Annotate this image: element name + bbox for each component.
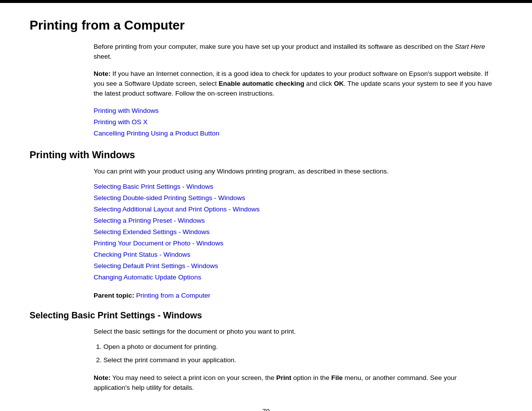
basic-note-bold2: File xyxy=(332,374,343,381)
parent-topic-label: Parent topic: xyxy=(94,292,134,299)
windows-link-4[interactable]: Selecting Extended Settings - Windows xyxy=(94,227,493,238)
page-title: Printing from a Computer xyxy=(30,18,502,33)
content-area: Printing from a Computer Before printing… xyxy=(0,13,532,411)
section-basic-heading: Selecting Basic Print Settings - Windows xyxy=(30,310,502,321)
parent-topic-link[interactable]: Printing from a Computer xyxy=(136,292,210,299)
section-windows-heading: Printing with Windows xyxy=(30,149,502,161)
intro-section: Before printing from your computer, make… xyxy=(94,42,493,139)
note-paragraph: Note: If you have an Internet connection… xyxy=(94,69,493,99)
windows-link-2[interactable]: Selecting Additional Layout and Print Op… xyxy=(94,204,493,215)
intro-paragraph1: Before printing from your computer, make… xyxy=(94,42,493,62)
section-windows-content: You can print with your product using an… xyxy=(94,167,493,302)
note-text2: and click xyxy=(304,80,334,87)
windows-link-6[interactable]: Checking Print Status - Windows xyxy=(94,249,493,261)
windows-link-list: Selecting Basic Print Settings - Windows… xyxy=(94,181,493,283)
note-bold1: Enable automatic checking xyxy=(219,80,304,87)
windows-link-8[interactable]: Changing Automatic Update Options xyxy=(94,272,493,283)
section-basic-content: Select the basic settings for the docume… xyxy=(94,327,493,393)
note-label: Note: xyxy=(94,70,111,77)
start-here-italic: Start Here xyxy=(455,43,485,50)
top-link-1[interactable]: Printing with OS X xyxy=(94,117,493,128)
windows-link-7[interactable]: Selecting Default Print Settings - Windo… xyxy=(94,261,493,272)
basic-note-bold1: Print xyxy=(276,374,292,381)
basic-note-text1: You may need to select a print icon on y… xyxy=(111,374,276,381)
top-link-list: Printing with Windows Printing with OS X… xyxy=(94,105,493,139)
steps-list: Open a photo or document for printing. S… xyxy=(103,342,493,366)
basic-note-text2: option in the xyxy=(291,374,331,381)
windows-link-0[interactable]: Selecting Basic Print Settings - Windows xyxy=(94,181,493,193)
parent-topic-line: Parent topic: Printing from a Computer xyxy=(94,290,493,302)
intro-text-after: sheet. xyxy=(94,53,112,60)
step-1: Open a photo or document for printing. xyxy=(103,342,493,353)
top-border xyxy=(0,0,532,3)
windows-link-3[interactable]: Selecting a Printing Preset - Windows xyxy=(94,215,493,227)
step-2: Select the print command in your applica… xyxy=(103,355,493,366)
windows-link-5[interactable]: Printing Your Document or Photo - Window… xyxy=(94,238,493,249)
basic-note-label: Note: xyxy=(94,374,111,381)
windows-link-1[interactable]: Selecting Double-sided Printing Settings… xyxy=(94,193,493,204)
section-basic-intro: Select the basic settings for the docume… xyxy=(94,327,493,337)
section-windows-intro: You can print with your product using an… xyxy=(94,167,493,176)
page-number: 70 xyxy=(30,408,502,411)
intro-text-before: Before printing from your computer, make… xyxy=(94,43,455,50)
top-link-0[interactable]: Printing with Windows xyxy=(94,105,493,117)
page-container: Printing from a Computer Before printing… xyxy=(0,0,532,411)
top-link-2[interactable]: Cancelling Printing Using a Product Butt… xyxy=(94,128,493,139)
basic-note: Note: You may need to select a print ico… xyxy=(94,373,493,393)
note-bold2: OK xyxy=(334,80,344,87)
